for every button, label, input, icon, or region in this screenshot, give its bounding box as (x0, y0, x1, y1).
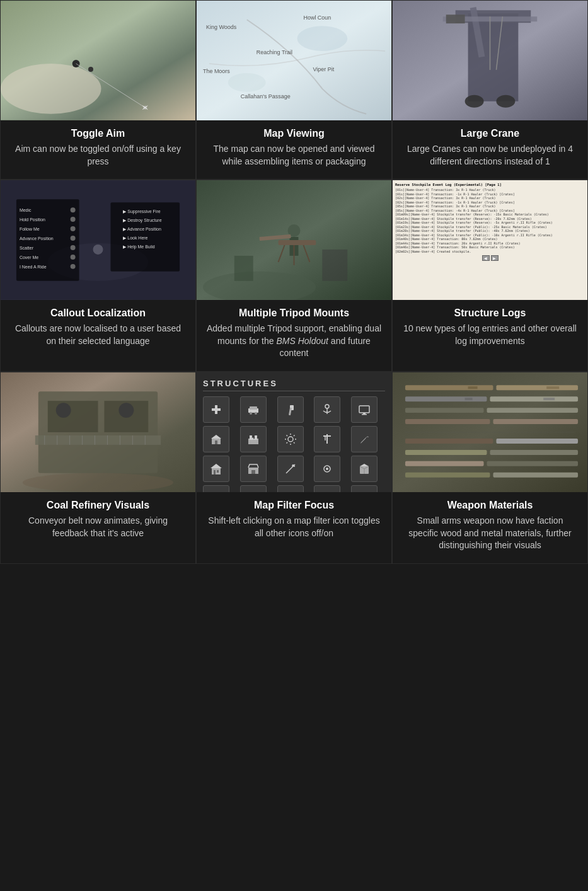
title-structure-logs: Structure Logs (447, 308, 534, 319)
svg-rect-131 (405, 439, 493, 444)
svg-rect-134 (490, 450, 579, 455)
desc-large-crane: Large Cranes can now be undeployed in 4 … (393, 143, 587, 168)
toggle-aim-svg (1, 1, 195, 120)
svg-rect-105 (214, 470, 216, 474)
filter-icon-square[interactable] (351, 485, 378, 492)
image-tripod (197, 180, 391, 300)
filter-icon-bolt[interactable] (314, 456, 340, 482)
svg-point-86 (325, 405, 329, 408)
svg-rect-63 (48, 401, 98, 432)
desc-coal-refinery: Conveyor belt now animates, giving feedb… (1, 515, 195, 539)
svg-rect-65 (35, 435, 161, 445)
filter-icon-store[interactable] (240, 456, 267, 482)
svg-text:▶ Help Me Build: ▶ Help Me Build (123, 244, 154, 250)
filter-icon-gear[interactable] (277, 426, 304, 452)
title-map-filter: Map Filter Focus (246, 500, 342, 511)
svg-rect-93 (215, 440, 217, 444)
image-map-filter: STRUCTURES (197, 372, 391, 492)
filter-icon-screen[interactable] (351, 396, 378, 423)
cell-map-filter: STRUCTURES (196, 372, 392, 564)
desc-toggle-aim: Aim can now be toggled on/off using a ke… (1, 143, 195, 168)
desc-weapon-materials: Small arms weapon now have faction speci… (393, 515, 587, 552)
callout-svg: Medic Hold Position Follow Me Advance Po… (1, 180, 195, 300)
svg-text:Howl Coun: Howl Coun (303, 14, 331, 21)
desc-map-filter: Shift-left clicking on a map filter icon… (197, 515, 391, 539)
svg-point-1 (1, 64, 101, 114)
log-header: Reserve Stockpile Event Log (Experimenta… (395, 183, 502, 187)
svg-rect-89 (363, 413, 366, 414)
cell-callout: Medic Hold Position Follow Me Advance Po… (0, 180, 196, 372)
svg-rect-127 (487, 408, 579, 413)
desc-callout: Callouts are now localised to a user bas… (1, 323, 195, 347)
title-large-crane: Large Crane (453, 128, 527, 139)
svg-text:Reaching Trail: Reaching Trail (257, 49, 292, 55)
svg-point-35 (71, 226, 76, 231)
svg-point-83 (255, 412, 257, 415)
filter-icon-house[interactable] (203, 456, 229, 482)
svg-marker-103 (210, 464, 222, 468)
svg-text:Scatter: Scatter (20, 246, 34, 250)
svg-rect-125 (490, 396, 579, 401)
log-next-button[interactable]: ▶ (491, 255, 499, 261)
svg-point-31 (71, 207, 76, 212)
filter-icon-box[interactable] (351, 456, 378, 482)
svg-point-99 (288, 437, 293, 442)
svg-rect-106 (217, 470, 219, 473)
svg-rect-141 (465, 398, 473, 400)
svg-text:Follow Me: Follow Me (20, 227, 40, 231)
filter-icon-barn[interactable] (203, 426, 229, 452)
svg-text:Viper Pit: Viper Pit (313, 66, 334, 72)
filter-icon-lock[interactable] (240, 485, 267, 492)
image-toggle-aim (1, 1, 195, 120)
filter-icon-crane[interactable] (314, 426, 340, 452)
crane-svg (393, 1, 587, 120)
svg-rect-124 (405, 396, 487, 401)
filter-icon-factory[interactable] (240, 426, 267, 452)
cell-structure-logs: Reserve Stockpile Event Log (Experimenta… (392, 180, 588, 372)
svg-point-82 (250, 412, 252, 415)
svg-rect-136 (487, 461, 579, 466)
svg-text:Hold Position: Hold Position (20, 217, 45, 222)
desc-map-viewing: The map can now be opened and viewed whi… (197, 143, 391, 168)
svg-rect-126 (405, 408, 484, 413)
filter-icon-turn-left[interactable] (277, 485, 304, 492)
log-prev-button[interactable]: ◀ (482, 255, 490, 261)
desc-tripod: Added multiple Tripod support, enabling … (197, 323, 391, 360)
filter-icon-medical[interactable] (203, 396, 229, 423)
filter-icon-wrench[interactable] (351, 426, 378, 452)
filter-icon-anchor[interactable] (314, 396, 340, 423)
filter-icon-pickaxe[interactable] (277, 456, 304, 482)
filter-icon-vehicle[interactable] (240, 396, 267, 423)
svg-rect-88 (359, 406, 369, 413)
svg-rect-58 (234, 256, 253, 281)
svg-point-41 (71, 255, 76, 260)
cell-map-viewing: King Woods Howl Coun Reaching Trail The … (196, 0, 392, 180)
svg-rect-23 (446, 14, 465, 23)
cell-coal-refinery: Coal Refinery Visuals Conveyor belt now … (0, 372, 196, 564)
svg-rect-140 (546, 386, 559, 389)
image-large-crane (393, 1, 587, 120)
svg-point-43 (71, 264, 76, 269)
desc-structure-logs: 10 new types of log entries and other ov… (393, 323, 587, 347)
coal-svg (1, 372, 195, 492)
svg-text:▶ Destroy Structure: ▶ Destroy Structure (123, 218, 161, 223)
svg-point-33 (71, 217, 76, 222)
filter-icon-turn-right[interactable] (314, 485, 340, 492)
title-toggle-aim: Toggle Aim (64, 128, 132, 139)
cell-weapon-materials: Weapon Materials Small arms weapon now h… (392, 372, 588, 564)
svg-rect-81 (250, 406, 257, 410)
svg-rect-133 (405, 450, 487, 455)
svg-rect-138 (493, 473, 578, 478)
cell-toggle-aim: Toggle Aim Aim can now be toggled on/off… (0, 0, 196, 180)
filter-icon-hammer[interactable] (277, 396, 304, 423)
svg-text:▶ Suppressive Fire: ▶ Suppressive Fire (123, 209, 160, 214)
filter-icon-files[interactable] (203, 485, 229, 492)
log-navigation: ◀ ▶ (395, 255, 585, 261)
weapons-svg (393, 372, 587, 492)
cell-large-crane: Large Crane Large Cranes can now be unde… (392, 0, 588, 180)
image-callout: Medic Hold Position Follow Me Advance Po… (1, 180, 195, 300)
svg-rect-79 (212, 408, 221, 411)
svg-point-76 (118, 403, 134, 418)
svg-rect-101 (323, 435, 331, 437)
svg-rect-137 (405, 473, 490, 478)
